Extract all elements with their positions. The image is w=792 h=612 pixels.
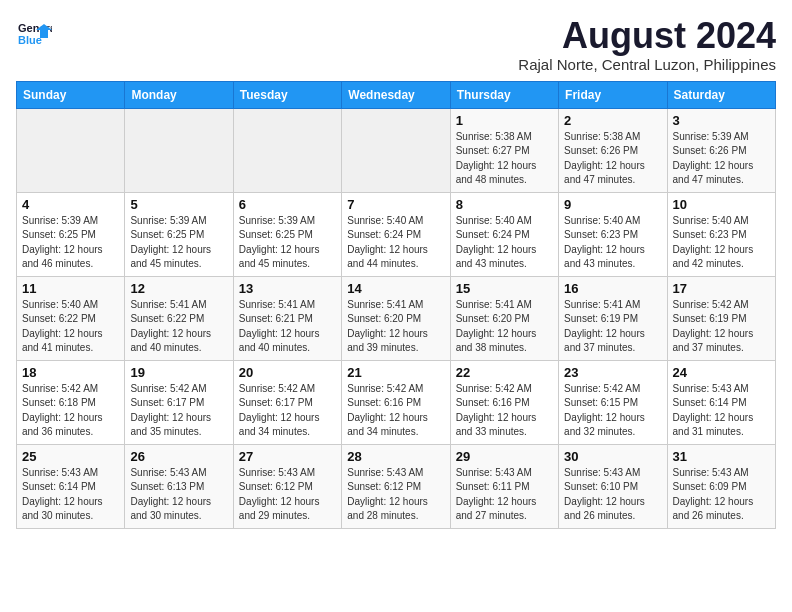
calendar-cell: 30Sunrise: 5:43 AM Sunset: 6:10 PM Dayli… (559, 444, 667, 528)
svg-text:Blue: Blue (18, 34, 42, 46)
day-info: Sunrise: 5:41 AM Sunset: 6:22 PM Dayligh… (130, 298, 227, 356)
calendar-cell: 12Sunrise: 5:41 AM Sunset: 6:22 PM Dayli… (125, 276, 233, 360)
calendar-cell: 17Sunrise: 5:42 AM Sunset: 6:19 PM Dayli… (667, 276, 775, 360)
calendar-cell: 26Sunrise: 5:43 AM Sunset: 6:13 PM Dayli… (125, 444, 233, 528)
calendar-week-row: 18Sunrise: 5:42 AM Sunset: 6:18 PM Dayli… (17, 360, 776, 444)
calendar-cell: 8Sunrise: 5:40 AM Sunset: 6:24 PM Daylig… (450, 192, 558, 276)
day-number: 9 (564, 197, 661, 212)
calendar-week-row: 11Sunrise: 5:40 AM Sunset: 6:22 PM Dayli… (17, 276, 776, 360)
day-number: 25 (22, 449, 119, 464)
calendar-cell: 5Sunrise: 5:39 AM Sunset: 6:25 PM Daylig… (125, 192, 233, 276)
day-info: Sunrise: 5:40 AM Sunset: 6:23 PM Dayligh… (564, 214, 661, 272)
day-number: 11 (22, 281, 119, 296)
calendar-cell: 19Sunrise: 5:42 AM Sunset: 6:17 PM Dayli… (125, 360, 233, 444)
weekday-header-cell: Tuesday (233, 81, 341, 108)
day-info: Sunrise: 5:42 AM Sunset: 6:16 PM Dayligh… (456, 382, 553, 440)
calendar-cell: 21Sunrise: 5:42 AM Sunset: 6:16 PM Dayli… (342, 360, 450, 444)
title-block: August 2024 Rajal Norte, Central Luzon, … (518, 16, 776, 73)
calendar-cell: 31Sunrise: 5:43 AM Sunset: 6:09 PM Dayli… (667, 444, 775, 528)
day-number: 14 (347, 281, 444, 296)
day-number: 20 (239, 365, 336, 380)
day-info: Sunrise: 5:43 AM Sunset: 6:09 PM Dayligh… (673, 466, 770, 524)
weekday-header-cell: Sunday (17, 81, 125, 108)
day-info: Sunrise: 5:39 AM Sunset: 6:25 PM Dayligh… (22, 214, 119, 272)
logo-icon: General Blue (16, 16, 52, 52)
day-info: Sunrise: 5:41 AM Sunset: 6:20 PM Dayligh… (456, 298, 553, 356)
day-info: Sunrise: 5:43 AM Sunset: 6:13 PM Dayligh… (130, 466, 227, 524)
calendar-cell: 24Sunrise: 5:43 AM Sunset: 6:14 PM Dayli… (667, 360, 775, 444)
calendar-cell: 1Sunrise: 5:38 AM Sunset: 6:27 PM Daylig… (450, 108, 558, 192)
day-info: Sunrise: 5:41 AM Sunset: 6:19 PM Dayligh… (564, 298, 661, 356)
calendar-cell: 29Sunrise: 5:43 AM Sunset: 6:11 PM Dayli… (450, 444, 558, 528)
weekday-header-cell: Friday (559, 81, 667, 108)
calendar-cell: 10Sunrise: 5:40 AM Sunset: 6:23 PM Dayli… (667, 192, 775, 276)
day-number: 21 (347, 365, 444, 380)
day-info: Sunrise: 5:43 AM Sunset: 6:12 PM Dayligh… (347, 466, 444, 524)
day-number: 29 (456, 449, 553, 464)
day-number: 12 (130, 281, 227, 296)
calendar-table: SundayMondayTuesdayWednesdayThursdayFrid… (16, 81, 776, 529)
day-number: 26 (130, 449, 227, 464)
day-number: 15 (456, 281, 553, 296)
day-info: Sunrise: 5:39 AM Sunset: 6:25 PM Dayligh… (130, 214, 227, 272)
day-info: Sunrise: 5:40 AM Sunset: 6:22 PM Dayligh… (22, 298, 119, 356)
day-info: Sunrise: 5:43 AM Sunset: 6:12 PM Dayligh… (239, 466, 336, 524)
weekday-header-cell: Wednesday (342, 81, 450, 108)
calendar-title: August 2024 (518, 16, 776, 56)
day-number: 8 (456, 197, 553, 212)
day-number: 13 (239, 281, 336, 296)
day-number: 18 (22, 365, 119, 380)
day-number: 10 (673, 197, 770, 212)
day-number: 6 (239, 197, 336, 212)
day-info: Sunrise: 5:42 AM Sunset: 6:17 PM Dayligh… (130, 382, 227, 440)
calendar-cell: 25Sunrise: 5:43 AM Sunset: 6:14 PM Dayli… (17, 444, 125, 528)
calendar-cell: 4Sunrise: 5:39 AM Sunset: 6:25 PM Daylig… (17, 192, 125, 276)
day-number: 2 (564, 113, 661, 128)
day-info: Sunrise: 5:43 AM Sunset: 6:10 PM Dayligh… (564, 466, 661, 524)
day-info: Sunrise: 5:40 AM Sunset: 6:23 PM Dayligh… (673, 214, 770, 272)
day-info: Sunrise: 5:42 AM Sunset: 6:16 PM Dayligh… (347, 382, 444, 440)
day-number: 7 (347, 197, 444, 212)
day-info: Sunrise: 5:40 AM Sunset: 6:24 PM Dayligh… (456, 214, 553, 272)
day-info: Sunrise: 5:43 AM Sunset: 6:11 PM Dayligh… (456, 466, 553, 524)
day-number: 30 (564, 449, 661, 464)
day-info: Sunrise: 5:38 AM Sunset: 6:26 PM Dayligh… (564, 130, 661, 188)
day-info: Sunrise: 5:42 AM Sunset: 6:18 PM Dayligh… (22, 382, 119, 440)
day-info: Sunrise: 5:42 AM Sunset: 6:19 PM Dayligh… (673, 298, 770, 356)
calendar-cell: 27Sunrise: 5:43 AM Sunset: 6:12 PM Dayli… (233, 444, 341, 528)
day-info: Sunrise: 5:43 AM Sunset: 6:14 PM Dayligh… (673, 382, 770, 440)
weekday-header-cell: Saturday (667, 81, 775, 108)
calendar-cell (125, 108, 233, 192)
calendar-cell (233, 108, 341, 192)
calendar-cell: 3Sunrise: 5:39 AM Sunset: 6:26 PM Daylig… (667, 108, 775, 192)
calendar-week-row: 4Sunrise: 5:39 AM Sunset: 6:25 PM Daylig… (17, 192, 776, 276)
calendar-cell: 14Sunrise: 5:41 AM Sunset: 6:20 PM Dayli… (342, 276, 450, 360)
day-info: Sunrise: 5:41 AM Sunset: 6:21 PM Dayligh… (239, 298, 336, 356)
day-info: Sunrise: 5:39 AM Sunset: 6:25 PM Dayligh… (239, 214, 336, 272)
day-info: Sunrise: 5:40 AM Sunset: 6:24 PM Dayligh… (347, 214, 444, 272)
logo: General Blue General Blue (16, 16, 52, 52)
day-number: 3 (673, 113, 770, 128)
day-info: Sunrise: 5:43 AM Sunset: 6:14 PM Dayligh… (22, 466, 119, 524)
calendar-week-row: 25Sunrise: 5:43 AM Sunset: 6:14 PM Dayli… (17, 444, 776, 528)
day-number: 19 (130, 365, 227, 380)
calendar-cell: 13Sunrise: 5:41 AM Sunset: 6:21 PM Dayli… (233, 276, 341, 360)
day-info: Sunrise: 5:42 AM Sunset: 6:17 PM Dayligh… (239, 382, 336, 440)
day-info: Sunrise: 5:39 AM Sunset: 6:26 PM Dayligh… (673, 130, 770, 188)
calendar-cell: 22Sunrise: 5:42 AM Sunset: 6:16 PM Dayli… (450, 360, 558, 444)
day-number: 17 (673, 281, 770, 296)
calendar-cell: 23Sunrise: 5:42 AM Sunset: 6:15 PM Dayli… (559, 360, 667, 444)
calendar-week-row: 1Sunrise: 5:38 AM Sunset: 6:27 PM Daylig… (17, 108, 776, 192)
day-number: 24 (673, 365, 770, 380)
calendar-cell: 15Sunrise: 5:41 AM Sunset: 6:20 PM Dayli… (450, 276, 558, 360)
calendar-cell: 18Sunrise: 5:42 AM Sunset: 6:18 PM Dayli… (17, 360, 125, 444)
day-number: 1 (456, 113, 553, 128)
calendar-body: 1Sunrise: 5:38 AM Sunset: 6:27 PM Daylig… (17, 108, 776, 528)
page-header: General Blue General Blue August 2024 Ra… (16, 16, 776, 73)
day-number: 22 (456, 365, 553, 380)
calendar-cell (342, 108, 450, 192)
day-number: 4 (22, 197, 119, 212)
calendar-cell: 11Sunrise: 5:40 AM Sunset: 6:22 PM Dayli… (17, 276, 125, 360)
weekday-header-cell: Monday (125, 81, 233, 108)
day-number: 5 (130, 197, 227, 212)
